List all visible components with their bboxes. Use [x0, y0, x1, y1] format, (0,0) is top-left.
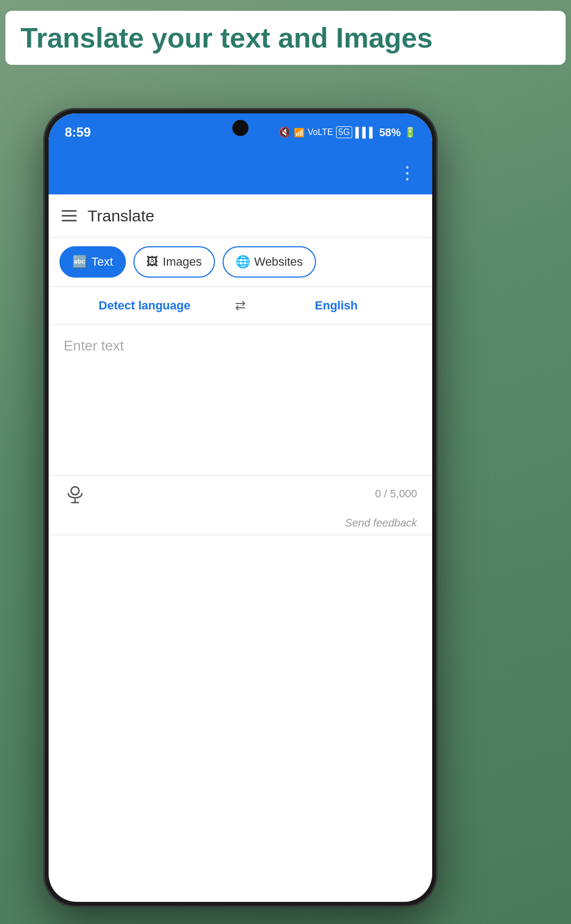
tab-images-label: Images — [163, 255, 201, 269]
tab-websites[interactable]: 🌐 Websites — [223, 246, 316, 278]
language-bar: Detect language ⇄ English — [49, 287, 432, 325]
web-icon: 🌐 — [236, 255, 250, 269]
top-banner: Translate your text and Images — [5, 11, 566, 65]
tab-websites-label: Websites — [254, 255, 303, 269]
phone-screen: 8:59 🔇 📶 VoLTE 5G ▌▌▌ 58% 🔋 ⋮ Trans — [49, 113, 432, 902]
signal-bars: ▌▌▌ — [355, 127, 376, 138]
text-input-area[interactable]: Enter text — [49, 325, 432, 476]
tab-bar: 🔤 Text 🖼 Images 🌐 Websites — [49, 238, 432, 287]
toolbar: ⋮ — [49, 151, 432, 194]
swap-languages-button[interactable]: ⇄ — [230, 298, 251, 313]
feedback-bar: Send feedback — [49, 511, 432, 535]
source-language-button[interactable]: Detect language — [59, 299, 230, 313]
translate-icon: 🔤 — [72, 255, 87, 269]
battery-percent: 58% — [379, 126, 401, 139]
battery-icon: 🔋 — [404, 126, 416, 138]
hamburger-menu-button[interactable] — [62, 210, 77, 221]
send-feedback-button[interactable]: Send feedback — [345, 517, 417, 529]
more-options-button[interactable]: ⋮ — [399, 163, 416, 183]
image-icon: 🖼 — [146, 255, 158, 269]
text-area-footer: 0 / 5,000 — [49, 476, 432, 511]
app-bar: Translate — [49, 194, 432, 238]
tab-text[interactable]: 🔤 Text — [59, 246, 126, 278]
tab-text-label: Text — [91, 255, 113, 269]
svg-point-0 — [71, 487, 79, 495]
translation-result-area — [49, 535, 432, 859]
tab-images[interactable]: 🖼 Images — [133, 246, 214, 278]
camera-notch — [232, 120, 248, 136]
status-icons: 🔇 📶 VoLTE 5G ▌▌▌ 58% 🔋 — [279, 126, 416, 139]
signal-text: VoLTE — [308, 127, 333, 137]
target-language-button[interactable]: English — [251, 299, 421, 313]
char-count: 0 / 5,000 — [375, 488, 417, 500]
5g-icon: 5G — [336, 126, 352, 138]
text-placeholder: Enter text — [64, 338, 124, 354]
mute-icon: 🔇 — [279, 126, 291, 138]
wifi-icon: 📶 — [294, 127, 305, 138]
hamburger-line-2 — [62, 215, 77, 217]
status-bar: 8:59 🔇 📶 VoLTE 5G ▌▌▌ 58% 🔋 — [49, 113, 432, 151]
status-time: 8:59 — [65, 125, 91, 140]
app-title: Translate — [88, 207, 154, 225]
microphone-button[interactable] — [64, 482, 86, 505]
banner-title: Translate your text and Images — [21, 22, 550, 54]
hamburger-line-1 — [62, 210, 77, 212]
phone-frame: 8:59 🔇 📶 VoLTE 5G ▌▌▌ 58% 🔋 ⋮ Trans — [43, 108, 438, 907]
hamburger-line-3 — [62, 220, 77, 221]
